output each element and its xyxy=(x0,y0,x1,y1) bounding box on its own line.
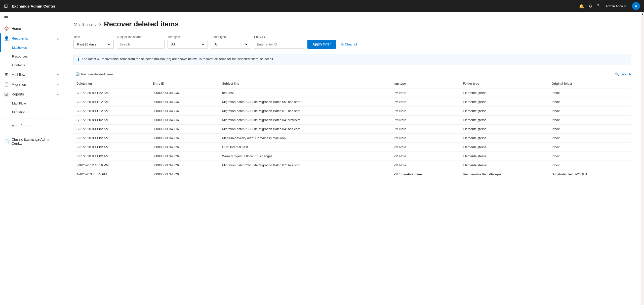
sidebar-item-resources[interactable]: Resources xyxy=(0,52,63,61)
scroll-up-arrow[interactable]: ▲ xyxy=(641,13,644,15)
gear-icon[interactable]: ⚙ xyxy=(589,4,592,9)
data-table: Deleted on Entry ID Subject line Item ty… xyxy=(73,79,631,179)
avatar[interactable]: A xyxy=(632,2,640,10)
col-item-type[interactable]: Item type xyxy=(390,79,460,88)
sidebar-item-contacts[interactable]: Contacts xyxy=(0,61,63,70)
page-title: Recover deleted items xyxy=(104,20,179,28)
cell-item-type: IPM.Note xyxy=(390,107,460,116)
cell-deleted-on: 4/4/2020 3:45:35 PM xyxy=(73,170,150,179)
cell-item-type: IPM.Note xyxy=(390,97,460,107)
time-select[interactable]: Past 30 days Past 7 days Past 24 hours C… xyxy=(73,40,114,49)
grid-icon[interactable]: ⊞ xyxy=(4,3,8,9)
item-type-dropdown[interactable]: All Email Calendar Contact Task xyxy=(170,42,205,46)
table-toolbar: 🔄 Recover deleted items 🔍 Search xyxy=(73,69,631,79)
sidebar-item-mailboxes[interactable]: Mailboxes xyxy=(0,43,63,52)
col-entry-id[interactable]: Entry ID xyxy=(150,79,219,88)
sidebar-item-classic[interactable]: 📄 Classic Exchange Admin Cent... xyxy=(0,135,63,148)
cell-entry-id: 00000000F348C6... xyxy=(150,161,219,170)
sidebar-item-contacts-label: Contacts xyxy=(12,63,25,67)
cell-deleted-on: 3/11/2020 8:41:12 AM xyxy=(73,97,150,107)
table-row[interactable]: 3/11/2020 8:41:02 AM 00000000F348C6... B… xyxy=(73,143,631,152)
cell-item-type: IPM.Note xyxy=(390,88,460,97)
subject-search-input[interactable] xyxy=(117,40,165,49)
migration-icon: 📋 xyxy=(4,82,9,87)
cell-folder-type: Elemente șterse xyxy=(460,134,549,143)
filter-group-folder-type: Folder type All Inbox Sent Items Deleted… xyxy=(211,35,251,49)
filter-group-time: Time Past 30 days Past 7 days Past 24 ho… xyxy=(73,35,114,49)
sidebar-item-migration[interactable]: 📋 Migration ∨ xyxy=(0,79,63,89)
cell-original-folder: Inbox xyxy=(549,143,631,152)
item-type-label: Item type xyxy=(168,35,208,39)
sidebar-item-more-features[interactable]: ⋯ More features xyxy=(0,121,63,131)
info-text: The latest 41 recoverable items from the… xyxy=(82,57,273,61)
col-original-folder[interactable]: Original folder xyxy=(549,79,631,88)
table-row[interactable]: 3/11/2020 8:41:02 AM 00000000F348C6... M… xyxy=(73,134,631,143)
col-folder-type[interactable]: Folder type xyxy=(460,79,549,88)
entry-id-input[interactable] xyxy=(254,40,304,49)
cell-original-folder: Inbox xyxy=(549,125,631,134)
mail-flow-chevron: ∨ xyxy=(57,73,59,76)
apply-filter-button[interactable]: Apply filter xyxy=(307,40,336,49)
folder-type-label: Folder type xyxy=(211,35,251,39)
cell-entry-id: 00000000F348C6... xyxy=(150,143,219,152)
app-title: Exchange Admin Center xyxy=(12,4,576,8)
table-row[interactable]: 3/11/2020 8:41:02 AM 00000000F348C6... M… xyxy=(73,125,631,134)
item-type-select[interactable]: All Email Calendar Contact Task xyxy=(168,40,208,49)
cell-original-folder: Inbox xyxy=(549,107,631,116)
table-row[interactable]: 3/11/2020 8:41:02 AM 00000000F348C6... W… xyxy=(73,152,631,161)
table-row[interactable]: 4/4/2020 3:45:35 PM 00000000F348C6... IP… xyxy=(73,170,631,179)
bell-icon[interactable]: 🔔 xyxy=(579,4,584,9)
cell-deleted-on: 3/11/2020 8:41:12 AM xyxy=(73,107,150,116)
info-bar: ℹ The latest 41 recoverable items from t… xyxy=(73,54,631,65)
search-button[interactable]: 🔍 Search xyxy=(615,72,631,76)
recipients-icon: 👤 xyxy=(4,36,9,41)
time-dropdown[interactable]: Past 30 days Past 7 days Past 24 hours C… xyxy=(76,42,111,46)
cell-original-folder: Inbox xyxy=(549,116,631,125)
cell-subject: BCC Internal Test xyxy=(219,143,389,152)
cell-entry-id: 00000000F348C6... xyxy=(150,97,219,107)
table-row[interactable]: 3/11/2020 8:41:22 AM 00000000F348C6... t… xyxy=(73,88,631,97)
table-row[interactable]: 3/11/2020 8:41:12 AM 00000000F348C6... M… xyxy=(73,97,631,107)
cell-entry-id: 00000000F348C6... xyxy=(150,116,219,125)
recover-deleted-button[interactable]: 🔄 Recover deleted items xyxy=(73,71,115,77)
col-subject[interactable]: Subject line xyxy=(219,79,389,88)
folder-type-dropdown[interactable]: All Inbox Sent Items Deleted Items xyxy=(214,42,248,46)
more-icon: ⋯ xyxy=(4,123,9,128)
topbar: ⊞ Exchange Admin Center 🔔 ⚙ ? Admin Acco… xyxy=(0,0,644,12)
cell-subject: Migration batch "G-Suite Migration Batch… xyxy=(219,107,389,116)
sidebar-item-migration-sub-label: Migration xyxy=(12,110,25,114)
recipients-chevron: ∧ xyxy=(57,37,59,40)
sidebar-toggle[interactable]: ☰ xyxy=(0,12,63,24)
cell-entry-id: 00000000F348C6... xyxy=(150,134,219,143)
col-deleted-on[interactable]: Deleted on xyxy=(73,79,150,88)
cell-folder-type: Elemente șterse xyxy=(460,107,549,116)
clear-all-button[interactable]: ⊘ Clear all xyxy=(339,40,359,49)
breadcrumb: Mailboxes › Recover deleted items xyxy=(73,22,179,27)
sidebar-item-mail-flow-sub[interactable]: Mail Flow xyxy=(0,99,63,108)
cell-subject: Migration batch "G-Suite Migration Batch… xyxy=(219,125,389,134)
table-row[interactable]: 3/9/2020 12:48:16 PM 00000000F348C6... M… xyxy=(73,161,631,170)
sidebar-item-migration-sub[interactable]: Migration xyxy=(0,108,63,117)
cell-item-type: IPM.Note xyxy=(390,134,460,143)
filter-group-item-type: Item type All Email Calendar Contact Tas… xyxy=(168,35,208,49)
cell-folder-type: Elemente șterse xyxy=(460,97,549,107)
search-icon: 🔍 xyxy=(615,72,619,76)
reports-chevron: ∧ xyxy=(57,92,59,96)
sidebar-item-classic-label: Classic Exchange Admin Cent... xyxy=(12,137,59,145)
cell-item-type: IPM.Note xyxy=(390,116,460,125)
cell-entry-id: 00000000F348C6... xyxy=(150,125,219,134)
sidebar-item-reports[interactable]: 📊 Reports ∧ xyxy=(0,89,63,99)
help-icon[interactable]: ? xyxy=(597,4,599,8)
sidebar-item-recipients[interactable]: 👤 Recipients ∧ xyxy=(0,33,63,43)
sidebar-item-home[interactable]: 🏠 Home xyxy=(0,24,63,33)
folder-type-select[interactable]: All Inbox Sent Items Deleted Items xyxy=(211,40,251,49)
search-label: Search xyxy=(621,72,631,76)
table-row[interactable]: 3/11/2020 8:41:12 AM 00000000F348C6... M… xyxy=(73,107,631,116)
cell-deleted-on: 3/11/2020 8:41:22 AM xyxy=(73,88,150,97)
cell-deleted-on: 3/11/2020 8:41:02 AM xyxy=(73,116,150,125)
sidebar-item-mail-flow[interactable]: ✉ Mail flow ∨ xyxy=(0,70,63,79)
migration-chevron: ∨ xyxy=(57,83,59,86)
cell-entry-id: 00000000F348C6... xyxy=(150,107,219,116)
table-row[interactable]: 3/11/2020 8:41:02 AM 00000000F348C6... M… xyxy=(73,116,631,125)
sidebar-item-recipients-label: Recipients xyxy=(12,36,28,40)
